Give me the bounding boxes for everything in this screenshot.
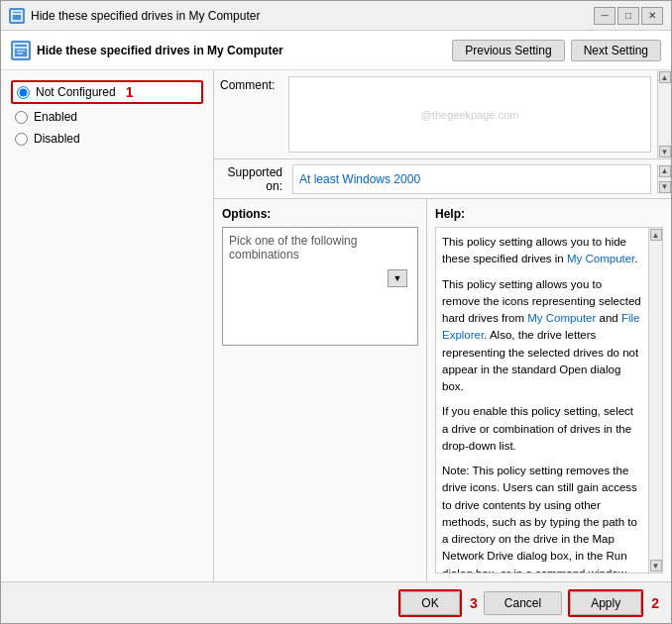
title-bar-left: Hide these specified drives in My Comput… [9, 8, 260, 24]
options-panel: Options: Pick one of the following combi… [214, 199, 427, 581]
enabled-label: Enabled [34, 110, 77, 124]
options-box: Pick one of the following combinations ▼ [222, 227, 418, 346]
help-scroll-up[interactable]: ▲ [650, 229, 662, 241]
right-panel: Comment: @thegeekpage.com ▲ ▼ Supported … [214, 70, 671, 581]
dropdown-button[interactable]: ▼ [388, 269, 407, 287]
enabled-option[interactable]: Enabled [11, 108, 203, 126]
supported-value: At least Windows 2000 [292, 164, 651, 194]
title-controls: ─ □ ✕ [594, 7, 663, 25]
not-configured-radio[interactable] [17, 86, 30, 99]
comment-box[interactable]: @thegeekpage.com [288, 76, 651, 153]
annotation-2: 2 [651, 595, 659, 611]
enabled-radio[interactable] [15, 111, 28, 124]
help-panel: Help: This policy setting allows you to … [427, 199, 671, 581]
disabled-option[interactable]: Disabled [11, 130, 203, 148]
subtitle-bar: Hide these specified drives in My Comput… [1, 31, 671, 70]
annotation-1: 1 [126, 84, 134, 100]
help-scrollbar[interactable]: ▲ ▼ [648, 228, 662, 572]
supported-label: Supported on: [214, 165, 288, 193]
main-window: Hide these specified drives in My Comput… [0, 0, 672, 624]
apply-btn-wrapper: Apply [568, 589, 643, 617]
subtitle-text: Hide these specified drives in My Comput… [37, 44, 283, 57]
options-dropdown-text: Pick one of the following combinations [229, 234, 411, 261]
footer: OK 3 Cancel Apply 2 [1, 581, 671, 623]
svg-rect-0 [12, 11, 22, 21]
main-content: Not Configured 1 Enabled Disabled Commen… [1, 70, 671, 581]
comment-section: Comment: @thegeekpage.com ▲ ▼ [214, 70, 671, 159]
comment-label: Comment: [214, 70, 288, 158]
window-icon [9, 8, 25, 24]
not-configured-option[interactable]: Not Configured 1 [11, 80, 203, 104]
scroll-up-arrow[interactable]: ▲ [659, 71, 671, 83]
title-bar: Hide these specified drives in My Comput… [1, 1, 671, 31]
supported-scroll-up[interactable]: ▲ [659, 165, 671, 177]
ok-button[interactable]: OK [400, 591, 460, 615]
annotation-3: 3 [470, 595, 478, 611]
comment-watermark: @thegeekpage.com [421, 109, 519, 121]
comment-scrollbar[interactable]: ▲ ▼ [657, 70, 671, 158]
dropdown-arrow-area: ▼ [229, 267, 411, 289]
subtitle-icon [11, 41, 31, 60]
ok-btn-wrapper: OK [398, 589, 462, 617]
help-label: Help: [435, 207, 663, 221]
maximize-button[interactable]: □ [617, 7, 639, 25]
window-title: Hide these specified drives in My Comput… [31, 9, 260, 23]
help-content-wrapper: This policy setting allows you to hide t… [435, 227, 663, 573]
disabled-label: Disabled [34, 132, 80, 146]
help-text: This policy setting allows you to hide t… [436, 228, 648, 572]
previous-setting-button[interactable]: Previous Setting [452, 40, 564, 61]
options-label: Options: [222, 207, 418, 221]
supported-section: Supported on: At least Windows 2000 ▲ ▼ [214, 159, 671, 199]
panels-row: Options: Pick one of the following combi… [214, 199, 671, 581]
nav-buttons: Previous Setting Next Setting [452, 40, 661, 61]
cancel-button[interactable]: Cancel [484, 591, 562, 615]
disabled-radio[interactable] [15, 133, 28, 146]
minimize-button[interactable]: ─ [594, 7, 616, 25]
scroll-down-arrow[interactable]: ▼ [659, 146, 671, 157]
supported-scroll-down[interactable]: ▼ [659, 181, 671, 193]
not-configured-label: Not Configured [36, 85, 116, 99]
left-panel: Not Configured 1 Enabled Disabled [1, 70, 214, 581]
supported-scrollbar[interactable]: ▲ ▼ [657, 164, 671, 194]
supported-text: At least Windows 2000 [299, 172, 420, 186]
close-button[interactable]: ✕ [641, 7, 663, 25]
next-setting-button[interactable]: Next Setting [571, 40, 661, 61]
help-scroll-down[interactable]: ▼ [650, 560, 662, 572]
subtitle-left: Hide these specified drives in My Comput… [11, 41, 283, 60]
apply-button[interactable]: Apply [570, 591, 641, 615]
